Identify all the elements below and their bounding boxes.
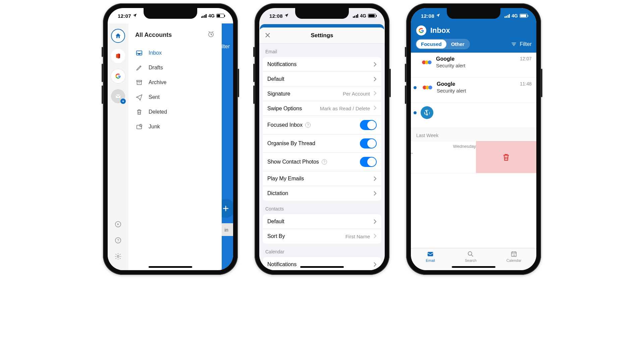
message-row[interactable] (411, 103, 536, 128)
folder-drafts[interactable]: Drafts (130, 60, 218, 75)
home-indicator[interactable] (149, 266, 192, 268)
play-icon[interactable] (114, 221, 122, 229)
filter-icon (511, 41, 517, 47)
help-icon[interactable]: ? (114, 237, 122, 245)
account-avatar[interactable] (416, 25, 426, 36)
svg-text:28: 28 (513, 254, 515, 257)
tab-other[interactable]: Other (446, 40, 469, 49)
tab-focused[interactable]: Focused (416, 40, 446, 49)
home-indicator[interactable] (452, 266, 495, 268)
message-preview: Trouble viewing t (411, 161, 476, 166)
settings-icon[interactable] (114, 253, 122, 261)
rail-home-button[interactable] (111, 29, 125, 43)
account-rail: ? (108, 23, 128, 270)
message-list[interactable]: Google12:07 Security alert Google11:48 S… (411, 53, 536, 173)
row-sort-by[interactable]: Sort By First Name (263, 229, 381, 244)
chevron-right-icon (373, 234, 377, 239)
close-button[interactable] (264, 32, 271, 40)
junk-icon (135, 123, 143, 130)
settings-title: Settings (311, 32, 333, 39)
wordpress-icon (423, 109, 431, 116)
unread-dot-icon (414, 111, 417, 114)
filter-label: Filter (520, 41, 532, 47)
drafts-icon (135, 64, 143, 71)
tab-label: Calendar (506, 258, 522, 262)
tab-email[interactable]: Email (426, 250, 435, 270)
tab-calendar[interactable]: 28 Calendar (506, 250, 522, 270)
chevron-right-icon (373, 106, 377, 111)
message-row[interactable]: Google12:07 Security alert (411, 53, 536, 78)
toggle-contact-photos[interactable] (360, 157, 377, 167)
folder-sent[interactable]: Sent (130, 90, 218, 105)
search-icon (467, 250, 475, 258)
signal-icon (504, 14, 510, 18)
google-icon (418, 27, 425, 34)
row-label: Focused Inbox (267, 122, 303, 128)
nav-drawer: ? All Accounts Inbox Drafts (108, 23, 222, 270)
row-organise-thread[interactable]: Organise By Thread (263, 134, 381, 153)
mail-icon (426, 250, 435, 258)
phone-sidebar: 12:07 4G ilter in (103, 3, 238, 275)
row-label: Notifications (267, 261, 297, 267)
folder-junk[interactable]: Junk (130, 119, 218, 134)
row-value: Per Account (343, 91, 370, 97)
swipe-delete-action[interactable] (476, 141, 536, 173)
chevron-right-icon (373, 77, 377, 81)
folder-inbox[interactable]: Inbox (130, 46, 218, 60)
sender-name: Google (436, 56, 454, 62)
row-label: Play My Emails (267, 176, 304, 182)
network-label: 4G (512, 13, 518, 18)
phone-settings: 12:08 4G Settings Email Notifications (255, 3, 389, 275)
message-time: 12:07 (520, 56, 532, 62)
row-label: Signature (267, 91, 290, 97)
info-icon[interactable]: ? (305, 122, 311, 128)
row-play-my-emails[interactable]: Play My Emails (263, 171, 381, 186)
row-contact-photos[interactable]: Show Contact Photos? (263, 153, 381, 171)
svg-point-18 (468, 252, 472, 255)
google-dots-icon (421, 82, 433, 93)
home-indicator[interactable] (300, 266, 344, 268)
message-date: Wednesday (411, 144, 476, 149)
toggle-organise-thread[interactable] (360, 138, 377, 148)
trash-icon (135, 108, 143, 116)
toggle-focused-inbox[interactable] (360, 120, 377, 130)
row-contacts-default[interactable]: Default (263, 214, 381, 229)
status-time: 12:07 (118, 13, 131, 19)
trash-icon (501, 153, 511, 162)
focused-other-segment: Focused Other (416, 39, 470, 49)
message-row[interactable]: Google11:48 Security alert (411, 78, 536, 103)
row-dictation[interactable]: Dictation (263, 186, 381, 201)
folder-archive[interactable]: Archive (130, 75, 218, 90)
chevron-right-icon (373, 191, 377, 196)
chevron-right-icon (373, 219, 377, 224)
row-label: Organise By Thread (267, 140, 315, 146)
row-signature[interactable]: Signature Per Account (263, 86, 381, 101)
sender-name: Google (437, 81, 455, 87)
close-icon (264, 32, 271, 39)
row-cal-notifications[interactable]: Notifications (263, 257, 381, 270)
peek-signin-pill[interactable]: in (220, 223, 233, 236)
filter-button[interactable]: Filter (511, 41, 532, 47)
row-focused-inbox[interactable]: Focused Inbox? (263, 116, 381, 134)
snooze-icon[interactable] (207, 30, 215, 40)
device-notch (447, 8, 500, 19)
row-notifications[interactable]: Notifications (263, 57, 381, 72)
row-label: Notifications (267, 61, 297, 67)
swiped-message-row[interactable]: Wednesday om, your discount expir... Tro… (411, 141, 536, 173)
svg-rect-17 (428, 252, 433, 256)
info-icon[interactable]: ? (322, 159, 327, 165)
battery-icon (368, 14, 376, 18)
phone-inbox: 12:08 4G Inbox (406, 3, 541, 275)
folder-deleted[interactable]: Deleted (130, 105, 218, 119)
rail-office-button[interactable] (111, 49, 125, 63)
rail-add-account-button[interactable] (111, 89, 125, 103)
rail-google-button[interactable] (111, 69, 125, 83)
section-last-week: Last Week (411, 128, 536, 141)
mail-icon (115, 93, 121, 100)
sender-avatar (421, 106, 433, 119)
row-swipe-options[interactable]: Swipe Options Mark as Read / Delete (263, 101, 381, 116)
row-default[interactable]: Default (263, 72, 381, 86)
group-calendar: Notifications Default Calendar (263, 257, 381, 270)
message-time: 11:48 (520, 81, 532, 87)
section-contacts-label: Contacts (259, 201, 385, 214)
